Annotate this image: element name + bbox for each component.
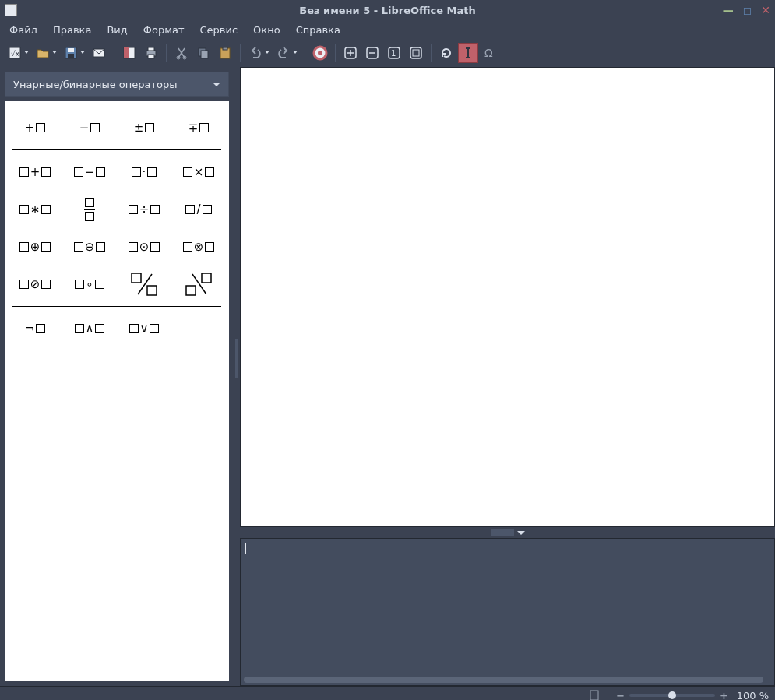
mail-button[interactable] — [89, 43, 109, 63]
element-a-star-b[interactable]: ∗ — [8, 191, 62, 228]
chevron-down-icon — [265, 51, 269, 54]
element-category-label: Унарные/бинарные операторы — [13, 79, 178, 90]
svg-rect-7 — [124, 47, 129, 58]
zoom-slider[interactable] — [629, 694, 715, 697]
export-pdf-button[interactable] — [119, 43, 139, 63]
svg-rect-23 — [410, 47, 421, 58]
new-button[interactable]: √x — [5, 43, 25, 63]
window-close-button[interactable]: ✕ — [761, 4, 770, 16]
help-button[interactable] — [310, 43, 330, 63]
window-title: Без имени 5 - LibreOffice Math — [0, 5, 775, 16]
vertical-splitter[interactable] — [234, 67, 240, 686]
elements-grid: + − ± ∓ + − · × ∗ ÷ / ⊕ — [5, 101, 229, 681]
zoom-slider-thumb[interactable] — [668, 691, 676, 699]
document-area — [240, 67, 775, 686]
save-button[interactable] — [61, 43, 81, 63]
element-plus-a[interactable]: + — [8, 109, 62, 146]
group-divider — [12, 306, 221, 307]
zoom-100-button[interactable]: 1 — [384, 43, 404, 63]
menu-view[interactable]: Вид — [100, 23, 133, 37]
formula-cursor-button[interactable] — [458, 43, 478, 63]
command-input-area[interactable] — [240, 538, 775, 686]
menu-edit[interactable]: Правка — [47, 23, 97, 37]
zoom-fit-button[interactable] — [406, 43, 426, 63]
element-a-oplus-b[interactable]: ⊕ — [8, 228, 62, 266]
zoom-fit-page-icon[interactable] — [589, 690, 600, 700]
element-minusplus-a[interactable]: ∓ — [171, 109, 226, 146]
element-a-times-b[interactable]: × — [171, 153, 226, 191]
element-a-dot-b[interactable]: · — [117, 153, 171, 191]
zoom-in-icon[interactable]: + — [720, 690, 728, 701]
toolbar-separator — [166, 44, 167, 62]
workspace: Унарные/бинарные операторы + − ± ∓ + − ·… — [0, 67, 775, 686]
menu-file[interactable]: Файл — [3, 23, 44, 37]
window-minimize-button[interactable]: — — [723, 4, 734, 16]
element-a-plus-b[interactable]: + — [8, 153, 62, 191]
svg-rect-14 — [201, 51, 208, 58]
print-button[interactable] — [141, 43, 161, 63]
element-a-wideslash-b[interactable] — [117, 266, 171, 303]
symbols-button[interactable]: Ω — [480, 43, 500, 63]
svg-rect-9 — [148, 47, 154, 51]
svg-text:√x: √x — [11, 50, 20, 58]
zoom-level-label[interactable]: 100 % — [733, 690, 769, 701]
zoom-out-icon[interactable]: − — [616, 690, 625, 701]
element-a-minus-b[interactable]: − — [62, 153, 117, 191]
element-a-div-b[interactable]: ÷ — [117, 191, 171, 228]
toolbar-separator — [114, 44, 114, 62]
element-minus-a[interactable]: − — [62, 109, 117, 146]
chevron-down-icon — [517, 531, 525, 535]
element-not-a[interactable]: ¬ — [8, 310, 62, 347]
status-bar: − + 100 % — [0, 686, 775, 700]
svg-rect-10 — [148, 55, 154, 58]
element-a-and-b[interactable]: ∧ — [62, 310, 117, 347]
element-plusminus-a[interactable]: ± — [117, 109, 171, 146]
svg-text:1: 1 — [391, 49, 396, 58]
svg-text:Ω: Ω — [484, 47, 493, 59]
svg-line-30 — [192, 274, 206, 294]
app-icon — [5, 4, 17, 16]
svg-rect-28 — [147, 286, 157, 295]
menu-window[interactable]: Окно — [247, 23, 287, 37]
open-button[interactable] — [33, 43, 53, 63]
copy-button[interactable] — [193, 43, 213, 63]
cut-button[interactable] — [171, 43, 192, 63]
svg-rect-3 — [68, 48, 74, 52]
title-bar: Без имени 5 - LibreOffice Math — ◻ ✕ — [0, 0, 775, 20]
svg-rect-4 — [68, 54, 74, 58]
menu-help[interactable]: Справка — [290, 23, 347, 37]
element-a-oslash-b[interactable]: ⊘ — [8, 266, 62, 303]
menu-format[interactable]: Формат — [137, 23, 191, 37]
element-a-circ-b[interactable]: ∘ — [62, 266, 117, 303]
main-toolbar: √x 1 — [0, 39, 775, 67]
element-a-ominus-b[interactable]: ⊖ — [62, 228, 117, 266]
text-cursor — [245, 543, 246, 554]
element-a-otimes-b[interactable]: ⊗ — [171, 228, 226, 266]
toolbar-separator — [431, 44, 432, 62]
element-category-dropdown[interactable]: Унарные/бинарные операторы — [5, 72, 229, 97]
element-a-over-b[interactable] — [62, 191, 117, 228]
element-a-or-b[interactable]: ∨ — [117, 310, 171, 347]
formula-canvas[interactable] — [240, 67, 775, 527]
menu-tools[interactable]: Сервис — [194, 23, 245, 37]
horizontal-scrollbar[interactable] — [244, 677, 763, 683]
chevron-down-icon — [213, 83, 220, 86]
window-maximize-button[interactable]: ◻ — [743, 4, 752, 16]
status-separator — [608, 690, 608, 700]
splitter-grip-icon — [491, 529, 514, 536]
paste-button[interactable] — [215, 43, 235, 63]
menu-bar: Файл Правка Вид Формат Сервис Окно Справ… — [0, 20, 775, 39]
element-a-widebslash-b[interactable] — [171, 266, 226, 303]
element-a-odot-b[interactable]: ⊙ — [117, 228, 171, 266]
element-a-slash-b[interactable]: / — [171, 191, 226, 228]
zoom-in-button[interactable] — [340, 43, 361, 63]
horizontal-splitter[interactable] — [240, 527, 775, 538]
group-divider — [12, 149, 221, 150]
redo-button[interactable] — [273, 43, 294, 63]
update-button[interactable] — [436, 43, 456, 63]
undo-button[interactable] — [245, 43, 266, 63]
chevron-down-icon — [52, 51, 57, 54]
zoom-out-button[interactable] — [362, 43, 382, 63]
zoom-controls: − + 100 % — [589, 690, 769, 701]
svg-point-18 — [318, 51, 322, 55]
